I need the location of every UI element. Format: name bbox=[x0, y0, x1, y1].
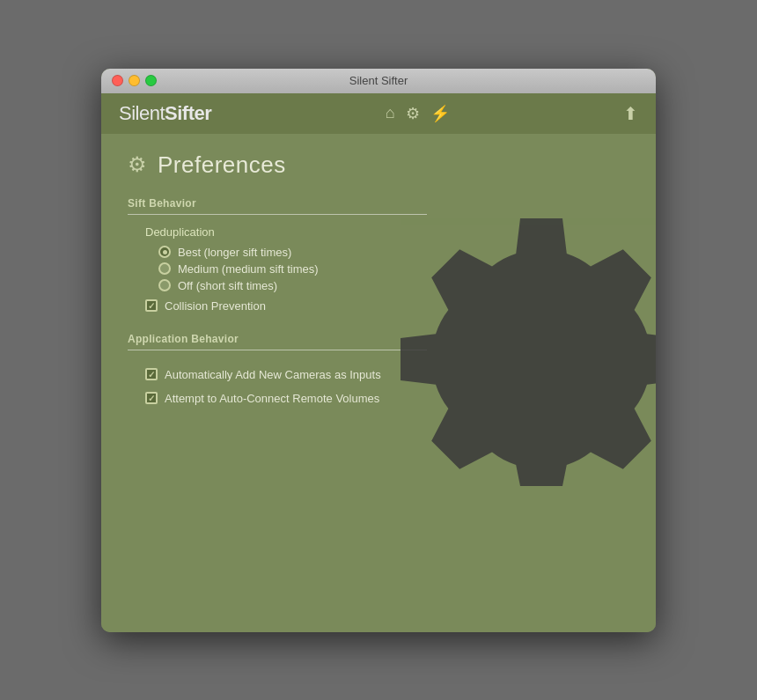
window-title: Silent Sifter bbox=[349, 74, 408, 87]
radio-off-label: Off (short sift times) bbox=[178, 279, 277, 292]
app-header: SilentSifter ⌂ ⚙ ⚡ ⬆ bbox=[101, 93, 656, 134]
minimize-button[interactable] bbox=[129, 75, 140, 86]
titlebar: Silent Sifter bbox=[101, 69, 656, 93]
radio-best-label: Best (longer sift times) bbox=[178, 246, 291, 259]
auto-cameras-label: Automatically Add New Cameras as Inputs bbox=[165, 368, 381, 381]
sift-behavior-divider bbox=[128, 214, 427, 215]
maximize-button[interactable] bbox=[145, 75, 157, 86]
app-content: SilentSifter ⌂ ⚙ ⚡ ⬆ ⚙ Preferences bbox=[101, 93, 656, 632]
auto-cameras-checkbox[interactable] bbox=[145, 368, 158, 380]
close-button[interactable] bbox=[112, 75, 123, 86]
auto-connect-label: Attempt to Auto-Connect Remote Volumes bbox=[165, 392, 379, 405]
radio-off-circle bbox=[158, 279, 171, 291]
page-header: ⚙ Preferences bbox=[128, 151, 629, 179]
collision-prevention-label: Collision Prevention bbox=[165, 299, 266, 313]
sift-behavior-label: Sift Behavior bbox=[128, 197, 196, 210]
preferences-icon: ⚙ bbox=[128, 152, 147, 177]
lightning-icon[interactable]: ⚡ bbox=[430, 104, 450, 123]
radio-best-circle bbox=[158, 246, 171, 258]
settings-icon[interactable]: ⚙ bbox=[406, 104, 420, 123]
home-icon[interactable]: ⌂ bbox=[386, 104, 395, 122]
corner-action-icon[interactable]: ⬆ bbox=[623, 103, 638, 124]
main-content: ⚙ Preferences Sift Behavior Deduplicatio… bbox=[101, 134, 656, 632]
auto-connect-checkbox[interactable] bbox=[145, 392, 158, 404]
app-logo: SilentSifter bbox=[119, 102, 211, 125]
radio-medium-label: Medium (medium sift times) bbox=[178, 262, 319, 276]
app-window: Silent Sifter SilentSifter ⌂ ⚙ ⚡ ⬆ bbox=[101, 69, 656, 632]
app-behavior-divider bbox=[128, 350, 427, 350]
traffic-lights bbox=[112, 75, 157, 86]
decorative-gear bbox=[401, 204, 656, 486]
page-title: Preferences bbox=[158, 151, 286, 179]
app-behavior-label: Application Behavior bbox=[128, 333, 239, 345]
header-icons: ⌂ ⚙ ⚡ bbox=[386, 104, 450, 123]
collision-prevention-checkbox[interactable] bbox=[145, 299, 158, 312]
radio-medium-circle bbox=[158, 262, 171, 275]
